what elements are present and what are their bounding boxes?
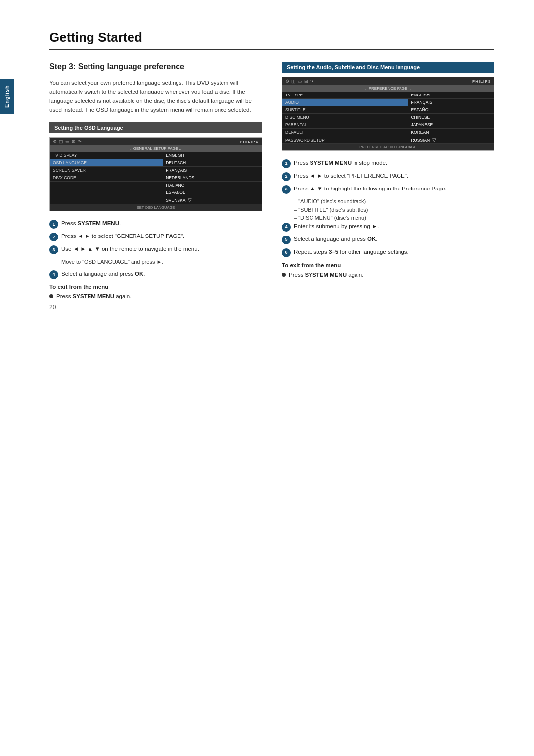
audio-step-num-2: 2 — [282, 172, 291, 181]
audio-step-4: 4 Enter its submenu by pressing ►. — [282, 222, 494, 232]
osd-step-2: 2 Press ◄ ► to select "GENERAL SETUP PAG… — [49, 232, 262, 241]
audio-screen-table: TV TYPE ENGLISH AUDIO FRANÇAIS SUBTITLE … — [282, 92, 494, 144]
sidebar-label-text: English — [4, 85, 10, 108]
row-label: SUBTITLE — [282, 106, 408, 114]
row-label: SCREEN SAVER — [50, 167, 163, 174]
row-value: FRANÇAIS — [163, 167, 262, 174]
row-value: ENGLISH — [163, 152, 262, 159]
icon-pref: ⊞ — [72, 139, 76, 144]
bullet-dot-icon — [49, 294, 53, 298]
osd-steps-list-2: 4 Select a language and press OK. — [49, 270, 262, 279]
table-row: PASSWORD SETUP RUSSIAN ▽ — [282, 136, 494, 144]
sub-list-item-subtitle: "SUBTITLE" (disc's subtitles) — [294, 206, 494, 214]
table-row: ITALIANO — [50, 182, 262, 189]
audio-section-bar: Setting the Audio, Subtitle and Disc Men… — [282, 62, 494, 73]
icon-pref-2: ⊞ — [304, 79, 308, 84]
row-value: RUSSIAN ▽ — [408, 136, 494, 144]
row-label — [50, 182, 163, 189]
table-row: PARENTAL JAPANESE — [282, 121, 494, 129]
audio-steps-list: 1 Press SYSTEM MENU in stop mode. 2 Pres… — [282, 159, 494, 194]
step-num-1: 1 — [49, 220, 58, 229]
row-value: JAPANESE — [408, 121, 494, 129]
osd-step-4-text: Select a language and press OK. — [61, 270, 262, 278]
osd-nav-note: Move to "OSD LANGUAGE" and press ►. — [49, 258, 262, 266]
page-container: English Getting Started Step 3: Setting … — [0, 0, 534, 331]
screen-header: ⚙ ◫ ▭ ⊞ ↷ PHILIPS — [50, 138, 262, 145]
sub-list-item-audio: "AUDIO" (disc's soundtrack) — [294, 197, 494, 206]
osd-exit-heading: To exit from the menu — [49, 284, 262, 290]
row-label: DIVX CODE — [50, 174, 163, 182]
row-label: PARENTAL — [282, 121, 408, 129]
sidebar-language-label: English — [0, 79, 14, 114]
ok-bold-2: OK — [367, 236, 376, 242]
audio-screen-mockup: ⚙ ◫ ▭ ⊞ ↷ PHILIPS :: PREFERENCE PAGE :: … — [282, 77, 494, 151]
osd-exit-bullet: Press SYSTEM MENU again. — [49, 292, 262, 301]
osd-screen-mockup: ⚙ ◫ ▭ ⊞ ↷ PHILIPS :: GENERAL SETUP PAGE … — [49, 137, 262, 211]
audio-step-num-3: 3 — [282, 185, 291, 194]
audio-step-4-text: Enter its submenu by pressing ►. — [294, 222, 494, 231]
icon-settings: ⚙ — [53, 139, 57, 144]
system-menu-bold-a1: SYSTEM MENU — [310, 160, 352, 166]
icon-arrow: ↷ — [78, 139, 82, 144]
step-num-4: 4 — [49, 270, 58, 279]
audio-screen-tab: :: PREFERENCE PAGE :: — [282, 85, 494, 92]
osd-screen-table: TV DISPLAY ENGLISH OSD LANGUAGE DEUTSCH … — [50, 152, 262, 204]
row-value: ESPAÑOL — [163, 189, 262, 196]
step-number-label: Step 3: — [49, 62, 76, 71]
audio-exit-bullet: Press SYSTEM MENU again. — [282, 271, 494, 279]
sub-list-item-discmenu: "DISC MENU" (disc's menu) — [294, 214, 494, 222]
audio-step-1: 1 Press SYSTEM MENU in stop mode. — [282, 159, 494, 168]
step-heading: Step 3: Setting language preference — [49, 62, 262, 72]
step-title: Setting language preference — [78, 62, 184, 71]
row-value: KOREAN — [408, 129, 494, 136]
row-value: ESPAÑOL — [408, 106, 494, 114]
row-label-highlighted: AUDIO — [282, 99, 408, 106]
osd-exit-text: Press SYSTEM MENU again. — [56, 292, 131, 301]
row-value: SVENSKA ▽ — [163, 196, 262, 204]
row-value: ENGLISH — [408, 92, 494, 99]
row-label: PASSWORD SETUP — [282, 136, 408, 144]
audio-step-num-5: 5 — [282, 236, 291, 244]
icon-audio: ◫ — [59, 139, 63, 144]
audio-screen-header: ⚙ ◫ ▭ ⊞ ↷ PHILIPS — [282, 77, 494, 85]
osd-step-3: 3 Use ◄ ► ▲ ▼ on the remote to navigate … — [49, 245, 262, 254]
audio-step-2: 2 Press ◄ ► to select "PREFERENCE PAGE". — [282, 172, 494, 181]
right-column: Setting the Audio, Subtitle and Disc Men… — [282, 62, 494, 301]
audio-exit-heading: To exit from the menu — [282, 262, 494, 268]
osd-step-2-text: Press ◄ ► to select "GENERAL SETUP PAGE"… — [61, 232, 262, 240]
row-value: FRANÇAIS — [408, 99, 494, 106]
row-value: NEDERLANDS — [163, 174, 262, 182]
row-label — [50, 189, 163, 196]
table-row: TV DISPLAY ENGLISH — [50, 152, 262, 159]
audio-step-6: 6 Repeat steps 3–5 for other language se… — [282, 248, 494, 257]
row-label: DEFAULT — [282, 129, 408, 136]
osd-step-4: 4 Select a language and press OK. — [49, 270, 262, 279]
row-label-highlighted: OSD LANGUAGE — [50, 159, 163, 167]
table-row: ESPAÑOL — [50, 189, 262, 196]
table-row: SUBTITLE ESPAÑOL — [282, 106, 494, 114]
row-label: TV DISPLAY — [50, 152, 163, 159]
table-row: DEFAULT KOREAN — [282, 129, 494, 136]
main-content: Step 3: Setting language preference You … — [49, 62, 494, 301]
philips-logo-2: PHILIPS — [472, 79, 491, 84]
step-num-3: 3 — [49, 245, 58, 254]
philips-logo: PHILIPS — [240, 140, 259, 144]
system-menu-bold-1: SYSTEM MENU — [78, 220, 119, 226]
table-row: SCREEN SAVER FRANÇAIS — [50, 167, 262, 174]
audio-step-5-text: Select a language and press OK. — [294, 235, 494, 243]
screen-tab-label: :: GENERAL SETUP PAGE :: — [50, 145, 262, 152]
icon-settings-2: ⚙ — [285, 79, 289, 84]
row-value: DEUTSCH — [163, 159, 262, 167]
ok-bold-1: OK — [135, 271, 143, 277]
table-row: DISC MENU CHINESE — [282, 114, 494, 121]
table-row: DIVX CODE NEDERLANDS — [50, 174, 262, 182]
bullet-dot-icon-2 — [282, 273, 286, 277]
audio-screen-footer: PREFERRED AUDIO LANGUAGE — [282, 144, 494, 150]
osd-step-1: 1 Press SYSTEM MENU. — [49, 219, 262, 229]
audio-steps-list-2: 4 Enter its submenu by pressing ►. 5 Sel… — [282, 222, 494, 257]
osd-step-3-text: Use ◄ ► ▲ ▼ on the remote to navigate in… — [61, 245, 262, 253]
audio-step-5: 5 Select a language and press OK. — [282, 235, 494, 244]
page-title: Getting Started — [49, 30, 494, 50]
audio-step-3-text: Press ▲ ▼ to highlight the following in … — [294, 185, 494, 193]
table-row: OSD LANGUAGE DEUTSCH — [50, 159, 262, 167]
